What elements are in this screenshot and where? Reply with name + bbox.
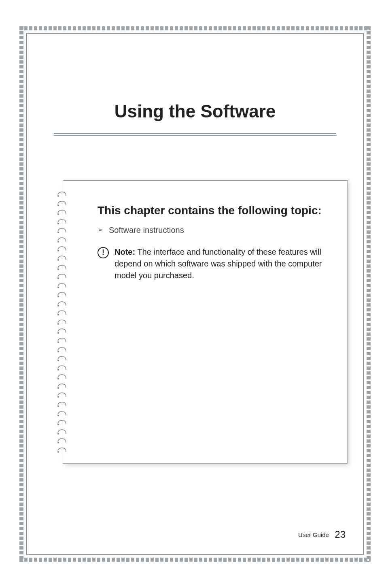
page-content: Using the Software	[34, 40, 356, 548]
svg-point-24	[57, 415, 59, 416]
topic-box-wrapper: This chapter contains the following topi…	[63, 180, 348, 464]
page-footer: User Guide 23	[298, 529, 346, 540]
svg-point-13	[57, 314, 59, 315]
note-body: The interface and functionality of these…	[115, 247, 322, 280]
note-text: Note: The interface and functionality of…	[115, 246, 331, 281]
decorative-border-bottom	[19, 558, 371, 562]
decorative-border-right	[367, 26, 371, 562]
svg-point-27	[57, 442, 59, 443]
svg-point-5	[57, 241, 59, 243]
svg-point-26	[57, 433, 59, 435]
svg-point-23	[57, 405, 59, 407]
svg-point-20	[57, 378, 59, 379]
svg-point-12	[57, 305, 59, 307]
page-number: 23	[335, 529, 346, 540]
spiral-binding-icon	[57, 190, 69, 454]
note-label: Note:	[115, 247, 135, 256]
title-underline	[54, 133, 337, 136]
svg-point-8	[57, 268, 59, 270]
svg-point-21	[57, 387, 59, 389]
svg-point-9	[57, 277, 59, 279]
chapter-title: Using the Software	[34, 101, 356, 121]
svg-point-22	[57, 396, 59, 398]
svg-point-6	[57, 250, 59, 251]
svg-point-28	[57, 451, 59, 453]
svg-point-10	[57, 287, 59, 288]
svg-point-18	[57, 360, 59, 361]
svg-point-16	[57, 341, 59, 343]
svg-point-0	[57, 195, 59, 197]
footer-label: User Guide	[298, 531, 329, 538]
attention-icon: !	[98, 247, 109, 258]
svg-point-7	[57, 259, 59, 261]
topic-box: This chapter contains the following topi…	[63, 180, 348, 464]
topic-item: Software instructions	[98, 226, 331, 235]
decorative-border-top	[19, 26, 371, 30]
svg-point-2	[57, 213, 59, 215]
svg-point-11	[57, 296, 59, 297]
svg-point-17	[57, 351, 59, 352]
svg-point-15	[57, 332, 59, 334]
topic-list: Software instructions	[98, 226, 331, 235]
svg-point-1	[57, 205, 59, 206]
svg-point-4	[57, 232, 59, 233]
svg-point-19	[57, 369, 59, 371]
decorative-border-left	[19, 26, 23, 562]
svg-point-14	[57, 323, 59, 325]
svg-point-25	[57, 424, 59, 425]
topic-heading: This chapter contains the following topi…	[98, 203, 331, 218]
note-section: ! Note: The interface and functionality …	[98, 246, 331, 281]
svg-point-3	[57, 223, 59, 224]
